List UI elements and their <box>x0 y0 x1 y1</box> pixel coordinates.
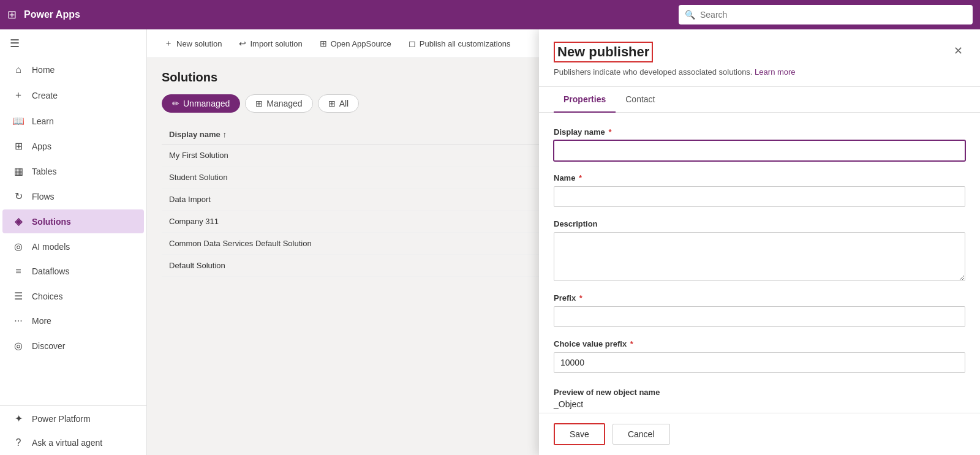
import-solution-label: Import solution <box>250 39 302 48</box>
sidebar-item-learn[interactable]: 📖 Learn <box>2 109 144 133</box>
sidebar-item-power-platform[interactable]: ✦ Power Platform <box>2 407 144 431</box>
sidebar-item-create[interactable]: ＋ Create <box>2 83 144 108</box>
sidebar-bottom: ✦ Power Platform ? Ask a virtual agent <box>0 405 146 455</box>
power-platform-icon: ✦ <box>12 413 24 424</box>
ai-models-icon: ◎ <box>12 241 24 252</box>
search-icon: 🔍 <box>685 10 695 20</box>
required-marker: * <box>579 293 582 303</box>
sidebar-item-discover[interactable]: ◎ Discover <box>2 334 144 358</box>
new-publisher-panel: New publisher Publishers indicate who de… <box>539 29 980 455</box>
save-button[interactable]: Save <box>554 423 605 445</box>
sidebar-item-label: Apps <box>32 141 51 151</box>
open-appsource-label: Open AppSource <box>331 39 391 48</box>
publish-all-button[interactable]: ◻ Publish all customizations <box>401 35 518 52</box>
panel-subtitle: Publishers indicate who developed associ… <box>554 67 951 77</box>
panel-title: New publisher <box>554 42 653 62</box>
form-group-description: Description <box>554 219 965 281</box>
preview-value: _Object <box>554 399 965 409</box>
panel-tabs: Properties Contact <box>539 87 980 113</box>
search-input[interactable] <box>700 10 967 20</box>
prefix-input[interactable] <box>554 306 965 327</box>
name-input[interactable] <box>554 186 965 207</box>
sidebar-item-label: Home <box>32 65 55 75</box>
sidebar-item-label: Learn <box>32 116 54 126</box>
dataflows-icon: ≡ <box>12 266 24 277</box>
open-appsource-button[interactable]: ⊞ Open AppSource <box>312 35 399 52</box>
panel-header: New publisher Publishers indicate who de… <box>539 29 980 87</box>
sidebar-item-dataflows[interactable]: ≡ Dataflows <box>2 260 144 283</box>
sidebar-item-label: Solutions <box>32 217 71 227</box>
description-textarea[interactable] <box>554 232 965 281</box>
sidebar-item-label: Dataflows <box>32 266 69 276</box>
tab-properties[interactable]: Properties <box>554 87 616 113</box>
flows-icon: ↻ <box>12 190 24 202</box>
panel-close-button[interactable]: ✕ <box>951 42 965 60</box>
panel-title-section: New publisher Publishers indicate who de… <box>554 42 951 77</box>
home-icon: ⌂ <box>12 64 24 75</box>
grid-icon[interactable]: ⊞ <box>7 8 17 21</box>
cancel-button[interactable]: Cancel <box>612 424 670 445</box>
form-group-display-name: Display name * <box>554 127 965 161</box>
create-icon: ＋ <box>12 89 24 102</box>
preview-section: Preview of new object name _Object <box>554 388 965 409</box>
sidebar-item-flows[interactable]: ↻ Flows <box>2 184 144 208</box>
tables-icon: ▦ <box>12 165 24 177</box>
sidebar-item-label: Tables <box>32 167 56 176</box>
apps-icon: ⊞ <box>12 140 24 152</box>
learn-more-link[interactable]: Learn more <box>755 67 795 77</box>
solutions-icon: ◈ <box>12 216 24 227</box>
all-icon: ⊞ <box>328 99 336 108</box>
form-group-prefix: Prefix * <box>554 293 965 327</box>
open-appsource-icon: ⊞ <box>320 39 327 48</box>
unmanaged-icon: ✏ <box>172 99 179 108</box>
sidebar-item-label: Flows <box>32 192 55 201</box>
publish-all-icon: ◻ <box>409 39 416 48</box>
new-solution-icon: ＋ <box>164 38 173 49</box>
name-label: Name * <box>554 173 965 182</box>
sidebar-item-choices[interactable]: ☰ Choices <box>2 284 144 308</box>
import-solution-button[interactable]: ↩ Import solution <box>232 35 309 52</box>
tab-contact[interactable]: Contact <box>616 87 665 113</box>
sidebar-item-label: AI models <box>32 242 70 252</box>
form-group-choice-value-prefix: Choice value prefix * <box>554 339 965 373</box>
app-logo: Power Apps <box>24 9 80 20</box>
publish-all-label: Publish all customizations <box>420 39 511 48</box>
choice-value-prefix-label: Choice value prefix * <box>554 339 965 348</box>
filter-tab-unmanaged[interactable]: ✏ Unmanaged <box>162 94 240 113</box>
sidebar-item-label: Power Platform <box>32 414 91 424</box>
choices-icon: ☰ <box>12 290 24 302</box>
sidebar-item-more[interactable]: ··· More <box>2 309 144 333</box>
display-name-label: Display name * <box>554 127 965 137</box>
display-name-input[interactable] <box>554 140 965 161</box>
sidebar-item-ask-agent[interactable]: ? Ask a virtual agent <box>2 431 144 454</box>
preview-label: Preview of new object name <box>554 388 965 397</box>
sidebar-item-apps[interactable]: ⊞ Apps <box>2 134 144 158</box>
sidebar-item-label: Choices <box>32 291 63 301</box>
close-icon: ✕ <box>954 45 963 57</box>
sidebar-toggle[interactable]: ☰ <box>0 29 146 58</box>
prefix-label: Prefix * <box>554 293 965 303</box>
sidebar-item-solutions[interactable]: ◈ Solutions <box>2 209 144 233</box>
discover-icon: ◎ <box>12 340 24 352</box>
ask-agent-icon: ? <box>12 437 24 448</box>
sidebar-item-label: Ask a virtual agent <box>32 438 102 448</box>
sidebar: ☰ ⌂ Home ＋ Create 📖 Learn ⊞ Apps ▦ Table… <box>0 29 147 455</box>
required-marker: * <box>630 339 633 348</box>
sidebar-item-label: More <box>32 316 51 326</box>
topbar: ⊞ Power Apps 🔍 <box>0 0 980 29</box>
description-label: Description <box>554 219 965 228</box>
required-marker: * <box>608 127 611 137</box>
new-solution-button[interactable]: ＋ New solution <box>157 34 229 53</box>
search-bar: 🔍 <box>679 5 973 24</box>
required-marker: * <box>579 173 582 182</box>
filter-tab-all[interactable]: ⊞ All <box>318 94 360 113</box>
sidebar-item-home[interactable]: ⌂ Home <box>2 58 144 81</box>
form-group-name: Name * <box>554 173 965 207</box>
filter-tab-managed[interactable]: ⊞ Managed <box>245 94 312 113</box>
sidebar-item-tables[interactable]: ▦ Tables <box>2 159 144 183</box>
choice-value-prefix-input[interactable] <box>554 352 965 373</box>
sidebar-item-ai-models[interactable]: ◎ AI models <box>2 235 144 258</box>
panel-footer: Save Cancel <box>539 413 980 455</box>
managed-icon: ⊞ <box>255 99 263 108</box>
sidebar-item-label: Create <box>32 91 58 100</box>
